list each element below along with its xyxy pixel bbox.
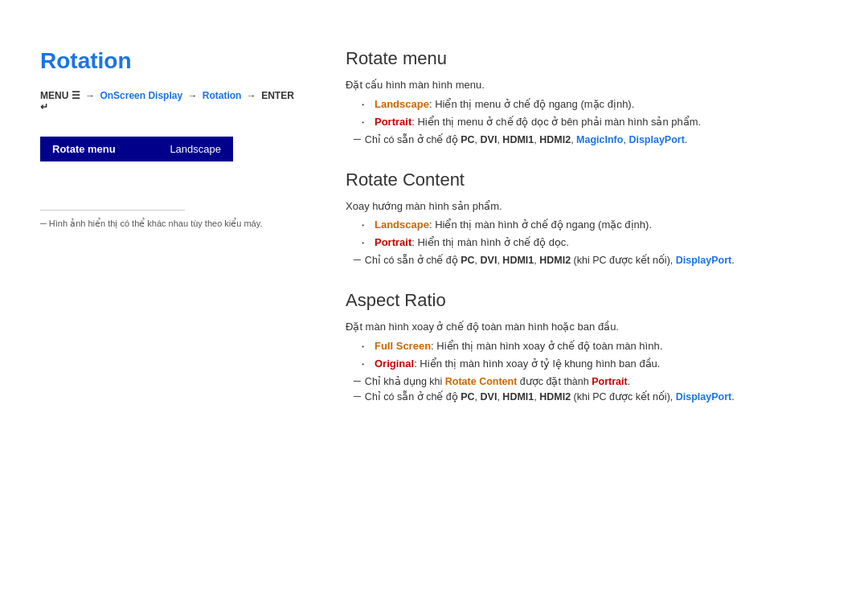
- bullet-dot-5: ・: [358, 340, 368, 354]
- rc-landscape-label: Landscape: [375, 219, 429, 231]
- rotate-menu-item-portrait: ・ Portrait: Hiển thị menu ở chế độ dọc ở…: [346, 116, 828, 130]
- original-label: Original: [375, 358, 414, 370]
- breadcrumb-link-onscreen[interactable]: OnScreen Display: [100, 90, 182, 101]
- aspect-ratio-title: Aspect Ratio: [346, 290, 828, 311]
- rotate-content-item-landscape: ・ Landscape: Hiển thị màn hình ở chế độ …: [346, 219, 828, 233]
- landscape-text: : Hiển thị menu ở chế độ ngang (mặc định…: [429, 98, 634, 110]
- original-text: : Hiển thị màn hình xoay ở tỷ lệ khung h…: [414, 358, 660, 370]
- rotate-menu-item-landscape: ・ Landscape: Hiển thị menu ở chế độ ngan…: [346, 98, 828, 112]
- preview-menu-value: Landscape: [170, 143, 221, 155]
- breadcrumb-link-rotation[interactable]: Rotation: [203, 90, 242, 101]
- rotate-menu-description: Đặt cấu hình màn hình menu.: [346, 77, 828, 93]
- bullet-dot-6: ・: [358, 358, 368, 372]
- image-note: ─ Hình ảnh hiển thị có thể khác nhau tùy…: [40, 219, 297, 229]
- rotate-content-title: Rotate Content: [346, 170, 828, 190]
- right-panel: Rotate menu Đặt cấu hình màn hình menu. …: [330, 48, 828, 427]
- section-rotate-content: Rotate Content Xoay hướng màn hình sản p…: [346, 170, 828, 267]
- left-panel: Rotation MENU ☰ → OnScreen Display → Rot…: [40, 48, 297, 427]
- menu-preview: Rotate menu Landscape: [40, 137, 233, 161]
- bullet-dot-3: ・: [358, 219, 368, 233]
- aspect-ratio-note1: ─ Chỉ khả dụng khi Rotate Content được đ…: [346, 375, 828, 387]
- section-aspect-ratio: Aspect Ratio Đặt màn hình xoay ở chế độ …: [346, 290, 828, 403]
- page-title: Rotation: [40, 48, 297, 74]
- rotate-content-note: ─ Chỉ có sẵn ở chế độ PC, DVI, HDMI1, HD…: [346, 254, 828, 266]
- arrow2: →: [187, 90, 197, 101]
- portrait-text: : Hiển thị menu ở chế độ dọc ở bên phải …: [411, 116, 701, 128]
- rc-portrait-label: Portrait: [375, 236, 411, 248]
- arrow1: →: [85, 90, 95, 101]
- aspect-ratio-description: Đặt màn hình xoay ở chế độ toàn màn hình…: [346, 319, 828, 335]
- preview-menu-item: Rotate menu: [52, 143, 116, 155]
- section-rotate-menu: Rotate menu Đặt cấu hình màn hình menu. …: [346, 48, 828, 145]
- aspect-ratio-item-fullscreen: ・ Full Screen: Hiển thị màn hình xoay ở …: [346, 340, 828, 354]
- rotate-content-description: Xoay hướng màn hình sản phẩm.: [346, 198, 828, 215]
- landscape-label: Landscape: [375, 98, 429, 110]
- aspect-ratio-note2: ─ Chỉ có sẵn ở chế độ PC, DVI, HDMI1, HD…: [346, 390, 828, 403]
- menu-label: MENU: [40, 90, 68, 101]
- bullet-dot-2: ・: [358, 116, 368, 130]
- rotate-menu-title: Rotate menu: [346, 48, 828, 69]
- bullet-dot: ・: [358, 98, 368, 112]
- divider: [40, 210, 185, 210]
- breadcrumb: MENU ☰ → OnScreen Display → Rotation → E…: [40, 90, 297, 112]
- bullet-dot-4: ・: [358, 236, 368, 251]
- portrait-label: Portrait: [375, 116, 411, 128]
- fullscreen-text: : Hiển thị màn hình xoay ở chế độ toàn m…: [431, 340, 662, 352]
- menu-icon: ☰: [72, 90, 80, 101]
- arrow3: →: [247, 90, 256, 101]
- rotate-content-item-portrait: ・ Portrait: Hiển thị màn hình ở chế độ d…: [346, 236, 828, 251]
- rotate-menu-note: ─ Chỉ có sẵn ở chế độ PC, DVI, HDMI1, HD…: [346, 133, 828, 145]
- rc-landscape-text: : Hiển thị màn hình ở chế độ ngang (mặc …: [429, 219, 652, 231]
- fullscreen-label: Full Screen: [375, 340, 431, 352]
- rc-portrait-text: : Hiển thị màn hình ở chế độ dọc.: [411, 236, 569, 248]
- aspect-ratio-item-original: ・ Original: Hiển thị màn hình xoay ở tỷ …: [346, 358, 828, 372]
